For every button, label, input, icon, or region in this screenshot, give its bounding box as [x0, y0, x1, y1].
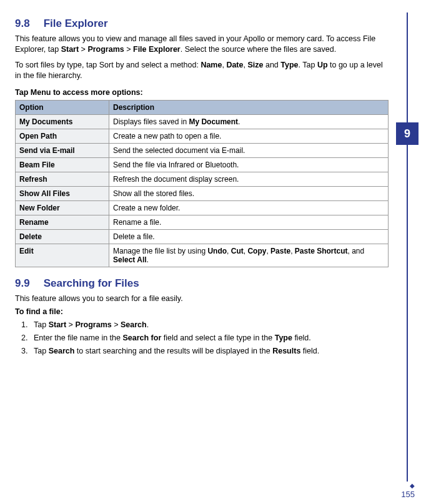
- text-fragment: , and: [347, 247, 364, 255]
- text-fragment: >: [112, 320, 121, 329]
- option-cell: New Folder: [16, 201, 109, 215]
- text-fragment: Undo: [207, 247, 227, 255]
- options-table: Option Description My DocumentsDisplays …: [15, 100, 389, 267]
- type-label: Type: [275, 334, 292, 342]
- description-cell: Send the selected document via E-mail.: [109, 144, 389, 158]
- programs-label: Programs: [87, 45, 124, 54]
- text-fragment: Copy: [247, 247, 266, 255]
- text-fragment: .: [147, 320, 149, 329]
- option-cell: My Documents: [16, 115, 109, 129]
- text-fragment: Enter the file name in the: [34, 334, 122, 342]
- text-fragment: field.: [292, 334, 311, 342]
- text-fragment: ,: [290, 247, 295, 255]
- section-number: 9.9: [15, 277, 30, 289]
- text-fragment: .: [147, 255, 149, 264]
- table-row: Show All FilesShow all the stored files.: [16, 187, 389, 201]
- table-row: Send via E-mailSend the selected documen…: [16, 144, 389, 158]
- option-cell: Refresh: [16, 172, 109, 187]
- table-row: My DocumentsDisplays files saved in My D…: [16, 115, 389, 129]
- text-fragment: Send the file via Infrared or Bluetooth.: [113, 161, 239, 169]
- text-fragment: Show all the stored files.: [113, 189, 194, 198]
- text-fragment: To sort files by type, tap Sort by and s…: [15, 61, 201, 69]
- text-fragment: Send the selected document via E-mail.: [113, 146, 245, 155]
- text-fragment: . Tap: [299, 61, 317, 69]
- description-cell: Show all the stored files.: [109, 187, 389, 201]
- section-title: File Explorer: [44, 17, 108, 29]
- table-row: EditManage the file list by using Undo, …: [16, 244, 389, 267]
- th-option: Option: [16, 101, 109, 115]
- option-cell: Send via E-mail: [16, 144, 109, 158]
- step-3: Tap Search to start searching and the re…: [30, 346, 389, 357]
- chapter-tab: 9: [396, 122, 419, 145]
- text-fragment: Cut: [231, 247, 244, 255]
- description-cell: Refresh the document display screen.: [109, 172, 389, 187]
- step-2: Enter the file name in the Search for fi…: [30, 333, 389, 343]
- search-for-label: Search for: [122, 334, 161, 342]
- text-fragment: >: [79, 45, 87, 54]
- text-fragment: Delete a file.: [113, 232, 155, 241]
- text-fragment: field and select a file type in the: [161, 334, 274, 342]
- text-fragment: Paste Shortcut: [295, 247, 348, 255]
- text-fragment: >: [124, 45, 133, 54]
- tap-menu-heading: Tap Menu to access more options:: [15, 87, 389, 98]
- description-cell: Manage the file list by using Undo, Cut,…: [109, 244, 389, 267]
- text-fragment: and: [263, 61, 280, 69]
- table-row: New FolderCreate a new folder.: [16, 201, 389, 215]
- description-cell: Displays files saved in My Document.: [109, 115, 389, 129]
- diamond-icon: ◆: [410, 482, 415, 489]
- description-cell: Send the file via Infrared or Bluetooth.: [109, 158, 389, 172]
- option-cell: Edit: [16, 244, 109, 267]
- section-9-9-intro: This feature allows you to search for a …: [15, 294, 389, 304]
- page-number: 155: [401, 490, 415, 499]
- file-explorer-label: File Explorer: [133, 45, 181, 54]
- start-label: Start: [61, 45, 79, 54]
- start-label: Start: [49, 320, 66, 329]
- option-cell: Open Path: [16, 129, 109, 144]
- type-label: Type: [280, 61, 298, 69]
- description-cell: Create a new folder.: [109, 201, 389, 215]
- text-fragment: ,: [227, 247, 231, 255]
- option-cell: Show All Files: [16, 187, 109, 201]
- option-cell: Rename: [16, 215, 109, 230]
- th-description: Description: [109, 101, 389, 115]
- steps-list: Tap Start > Programs > Search. Enter the…: [15, 320, 389, 357]
- search-label: Search: [121, 320, 147, 329]
- description-cell: Rename a file.: [109, 215, 389, 230]
- text-fragment: Rename a file.: [113, 218, 161, 227]
- text-fragment: Tap: [34, 347, 49, 355]
- option-cell: Beam File: [16, 158, 109, 172]
- text-fragment: Paste: [270, 247, 290, 255]
- size-label: Size: [247, 61, 263, 69]
- section-heading-9-8: 9.8File Explorer: [15, 17, 389, 30]
- description-cell: Delete a file.: [109, 230, 389, 244]
- table-row: DeleteDelete a file.: [16, 230, 389, 244]
- results-label: Results: [272, 347, 300, 355]
- text-fragment: to start searching and the results will …: [74, 347, 272, 355]
- page-footer: ◆ 155: [401, 480, 415, 499]
- table-row: RefreshRefresh the document display scre…: [16, 172, 389, 187]
- text-fragment: . Select the source where the files are …: [181, 45, 336, 54]
- programs-label: Programs: [75, 320, 111, 329]
- text-fragment: Refresh the document display screen.: [113, 175, 239, 184]
- section-heading-9-9: 9.9Searching for Files: [15, 277, 389, 290]
- to-find-file-heading: To find a file:: [15, 307, 389, 317]
- text-fragment: My Document: [189, 117, 238, 126]
- section-9-8-intro: This feature allows you to view and mana…: [15, 34, 389, 55]
- section-9-8-sort: To sort files by type, tap Sort by and s…: [15, 60, 389, 81]
- step-1: Tap Start > Programs > Search.: [30, 320, 389, 330]
- text-fragment: Create a new path to open a file.: [113, 132, 221, 141]
- table-row: RenameRename a file.: [16, 215, 389, 230]
- text-fragment: Create a new folder.: [113, 204, 180, 212]
- description-cell: Create a new path to open a file.: [109, 129, 389, 144]
- text-fragment: .: [238, 117, 240, 126]
- section-number: 9.8: [15, 17, 30, 29]
- side-border-line: [407, 12, 408, 482]
- search-label: Search: [49, 347, 75, 355]
- option-cell: Delete: [16, 230, 109, 244]
- table-row: Beam FileSend the file via Infrared or B…: [16, 158, 389, 172]
- text-fragment: >: [66, 320, 75, 329]
- text-fragment: Tap: [34, 320, 49, 329]
- name-label: Name: [201, 61, 222, 69]
- text-fragment: Manage the file list by using: [113, 247, 207, 255]
- date-label: Date: [226, 61, 243, 69]
